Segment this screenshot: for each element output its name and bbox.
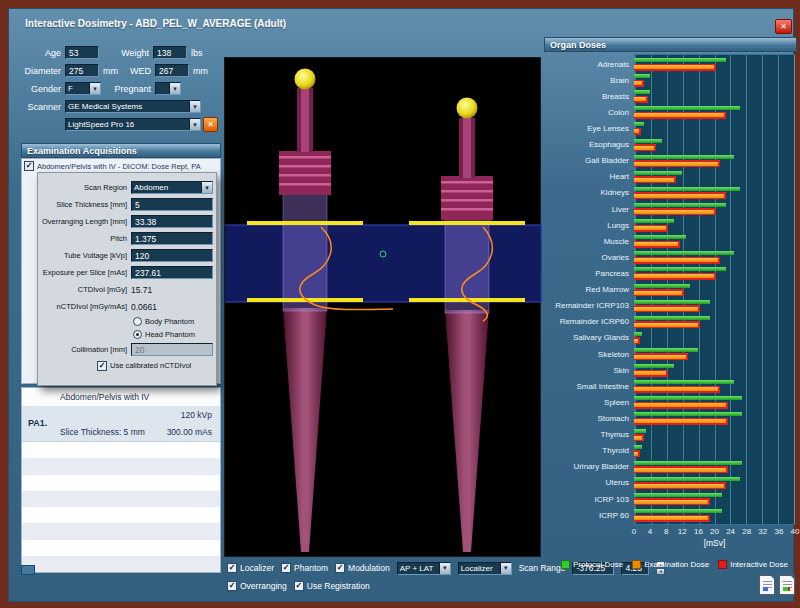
weight-field[interactable]: 138: [153, 46, 187, 59]
body-phantom-radio[interactable]: [133, 317, 142, 326]
examination-dose-bar: [634, 339, 638, 343]
organ-bars: [634, 72, 794, 88]
body-phantom-option[interactable]: Body Phantom: [133, 315, 213, 328]
age-field[interactable]: 53: [65, 46, 99, 59]
clear-scanner-button[interactable]: ✕: [203, 117, 218, 132]
tube-voltage-field[interactable]: 120: [131, 249, 213, 262]
acquisition-checkbox[interactable]: ✓: [24, 161, 34, 171]
x-tick-label: 16: [694, 527, 703, 536]
examination-dose-bar: [634, 371, 666, 375]
slice-thickness-field[interactable]: 5: [131, 198, 213, 211]
slice-thickness-label: Slice Thickness [mm]: [41, 200, 127, 209]
scan-region-value: Abdomen: [132, 182, 201, 193]
protocol-dose-bar: [634, 380, 734, 384]
acquisition-list-item[interactable]: ✓ Abdomen/Pelvis with IV - DICOM: Dose R…: [22, 159, 220, 173]
examination-dose-bar: [634, 258, 718, 262]
series-table[interactable]: Abdomen/Pelvis with IV PA1. 120 kVp Slic…: [21, 387, 221, 573]
legend-label: Examination Dose: [644, 560, 709, 569]
table-row: [22, 475, 220, 491]
organ-bars: [634, 185, 794, 201]
exposure-per-slice-field[interactable]: 237.61: [131, 266, 213, 279]
diameter-unit: mm: [103, 66, 121, 76]
protocol-dose-bar: [634, 122, 644, 126]
modulation-checkbox[interactable]: ✓: [335, 563, 345, 573]
wed-field[interactable]: 267: [155, 64, 189, 77]
organ-bars: [634, 475, 794, 491]
localizer-checkbox[interactable]: ✓: [227, 563, 237, 573]
head-phantom-radio[interactable]: [133, 330, 142, 339]
use-calibrated-checkbox[interactable]: ✓: [97, 361, 107, 371]
overranging-length-field[interactable]: 33.38: [131, 215, 213, 228]
scanner-model-select[interactable]: LightSpeed Pro 16 ▾: [65, 118, 201, 131]
ctdivol-value: 15.71: [131, 285, 213, 295]
diameter-field[interactable]: 275: [65, 64, 99, 77]
localizer-checkbox-label: Localizer: [240, 563, 274, 573]
protocol-dose-bar: [634, 171, 682, 175]
protocol-dose-bar: [634, 267, 726, 271]
examination-dose-bar: [634, 129, 639, 133]
table-scroll-handle[interactable]: [21, 565, 35, 575]
pitch-field[interactable]: 1.375: [131, 232, 213, 245]
examination-dose-bar: [634, 162, 718, 166]
organ-label: ICRP 103: [545, 491, 634, 507]
view-mode-select[interactable]: AP + LAT ▾: [397, 562, 451, 575]
organ-row: Liver: [545, 201, 795, 217]
acquisitions-header-label: Examination Acquisitions: [22, 146, 137, 156]
table-row: [22, 442, 220, 458]
phantom-ap: [247, 69, 393, 553]
step-down-icon[interactable]: ▼: [656, 568, 665, 575]
use-calibrated-option[interactable]: ✓ Use calibrated nCTDIvol: [97, 358, 213, 373]
gender-select[interactable]: F ▾: [65, 82, 101, 95]
protocol-dose-bar: [634, 461, 742, 465]
organ-label: Thymus: [545, 427, 634, 443]
display-mode-select[interactable]: Localizer ▾: [458, 562, 512, 575]
scan-region-select[interactable]: Abdomen ▾: [131, 181, 213, 194]
viewer-canvas[interactable]: [224, 57, 541, 557]
close-button[interactable]: ✕: [775, 19, 792, 34]
phantom-lat: [409, 98, 525, 553]
viewer-controls-row2: ✓ Overranging ✓ Use Registration: [227, 578, 370, 594]
patient-row-diameter-wed: Diameter 275 mm WED 267 mm: [23, 63, 221, 78]
x-tick-label: 36: [774, 527, 783, 536]
overranging-checkbox[interactable]: ✓: [227, 581, 237, 591]
protocol-dose-bar: [634, 509, 722, 513]
wed-unit: mm: [193, 66, 211, 76]
head-phantom-label: Head Phantom: [145, 330, 195, 339]
examination-dose-bar: [634, 436, 642, 440]
organ-label: ICRP 60: [545, 507, 634, 523]
series-row[interactable]: PA1. 120 kVp Slice Thickness: 5 mm 300.0…: [22, 407, 220, 442]
head-phantom-option[interactable]: Head Phantom: [133, 328, 213, 341]
patient-row-scanner-model: LightSpeed Pro 16 ▾: [23, 117, 221, 132]
examination-dose-bar: [634, 226, 666, 230]
ctdivol-label: CTDIvol [mGy]: [41, 285, 127, 294]
scan-range-band: [225, 225, 542, 302]
use-registration-checkbox[interactable]: ✓: [294, 581, 304, 591]
organ-label: Gall Bladder: [545, 153, 634, 169]
tube-voltage-label: Tube Voltage [kVp]: [41, 251, 127, 260]
organ-bars: [634, 394, 794, 410]
exam-name-row[interactable]: Abdomen/Pelvis with IV: [22, 388, 220, 407]
dose-report-icon[interactable]: [779, 575, 795, 595]
report-icon[interactable]: [759, 575, 775, 595]
examination-dose-bar: [634, 419, 726, 423]
x-axis-label: [mSv]: [634, 538, 795, 548]
protocol-dose-bar: [634, 90, 650, 94]
pregnant-select[interactable]: ▾: [155, 82, 181, 95]
organ-bars: [634, 217, 794, 233]
organ-label: Ovaries: [545, 249, 634, 265]
organ-bars: [634, 265, 794, 281]
scanner-make-value: GE Medical Systems: [66, 101, 189, 112]
nctdivol-label: nCTDIvol [mGy/mAs]: [41, 302, 127, 311]
x-tick-label: 40: [791, 527, 800, 536]
patient-row-gender-pregnant: Gender F ▾ Pregnant ▾: [23, 81, 221, 96]
scanner-model-value: LightSpeed Pro 16: [66, 119, 189, 130]
protocol-dose-bar: [634, 235, 686, 239]
param-row: nCTDIvol [mGy/mAs] 0.0661: [41, 298, 213, 315]
organ-row: Lungs: [545, 217, 795, 233]
phantom-checkbox[interactable]: ✓: [281, 563, 291, 573]
scanner-make-select[interactable]: GE Medical Systems ▾: [65, 100, 201, 113]
protocol-dose-bar: [634, 203, 726, 207]
chevron-down-icon: ▾: [189, 119, 200, 130]
table-row: [22, 491, 220, 507]
organ-label: Stomach: [545, 410, 634, 426]
